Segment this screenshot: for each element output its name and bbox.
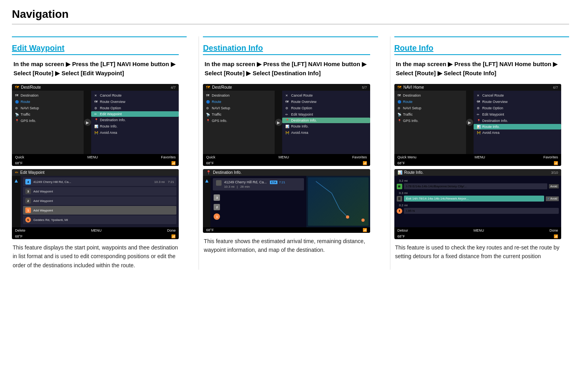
dest-info-body: ▲ 41249 Cherry Hill Rd, Ca... ETA 7:21 [203,176,370,227]
nav-arrow-btn[interactable]: ▶ [466,119,473,126]
signal-icon-route: 📶 [554,234,558,238]
dest-left: 41249 Cherry Hill Rd, Ca... ETA 7:21 10.… [210,176,306,227]
nav-arrow-btn[interactable]: ▶ [275,119,282,126]
signal-icon: 📶 [171,161,176,165]
temp-display: 68°F [15,161,23,165]
temp-display: 68°F [206,161,214,165]
route-row-2: 🛤 Exit 14/I-78/14-14a-14b-14c/Newark Air… [397,196,559,202]
map-svg [308,177,369,226]
dest-item: 41249 Cherry Hill Rd, Ca... ETA 7:21 10.… [213,178,304,190]
dest-info-title: Destination Info. [213,170,241,175]
left-menu: 🗺Destination 🔵Route ⚙NAVI Setup 📡Traffic… [203,91,275,154]
scroll-up-icon[interactable]: ▲ [13,177,19,184]
nav-icon: 🗺 [398,85,401,89]
footer-right: Done [549,228,558,232]
svg-line-0 [316,181,332,193]
footer-right: Done [167,228,176,232]
wp-icons-dest: 3 2 1 [213,192,304,222]
footer-left: Detour [398,228,408,232]
menu-item: 📍GPS Info. [12,118,84,124]
dest-icon: 📍 [206,170,211,175]
eta-badge: ETA [270,181,277,184]
menu-item-highlighted: ✏Edit Waypoint [91,111,179,117]
footer-right: Favorites [161,155,176,159]
wp-num-p1: 1 [214,213,220,220]
column-edit-waypoint: Edit Waypoint In the map screen ▶ Press … [12,36,187,270]
avoid-btn-1[interactable]: Avoid [549,184,559,188]
nav-arrow-btn[interactable]: ▶ [84,119,91,126]
wp-num: 3 [25,188,31,194]
footer-mid: MENU [279,155,289,159]
description-dest-info: This feature shows the estimated arrival… [203,237,370,255]
menu-item: 🗺Route Overview [282,99,370,105]
col-title-route-info: Route Info [394,44,561,55]
screenshot2-edit-waypoint: ✏ Edit Waypoint ▲ 4 41249 Cherry Hill Rd… [12,169,179,239]
top-divider [12,24,569,25]
screenshot2-dest-info: 📍 Destination Info. ▲ 41249 Cherry [203,169,370,233]
dest-info-screen: 📍 Destination Info. ▲ 41249 Cherry [203,169,370,233]
nav-arrows: ▶ [275,91,282,154]
instruction-route-info: In the map screen ▶ Press the [LFT] NAVI… [394,60,561,78]
col-title-edit-waypoint: Edit Waypoint [12,44,179,55]
temp-display2: 68°F [15,234,23,238]
edit-wp-title: Edit Waypoint [20,170,44,175]
route-road-3: I-95 N [404,208,559,214]
temp-display-route: 68°F [398,234,405,238]
edit-wp-header: ✏ Edit Waypoint [12,169,179,176]
menu-item: 🚧Avoid Area [474,129,561,136]
route-row-1: 🛣 I-78 E/14a-14b-14c/Bayonne/Jersey City… [397,183,559,189]
wp-item: 2 Add Waypoint [23,196,176,205]
footer-mid: MENU [475,155,485,159]
footer-right: Favorites [543,155,558,159]
footer-right: Favorites [352,155,367,159]
page-num: 5/7 [362,86,367,89]
edit-wp-body: ▲ 4 41249 Cherry Hill Rd, Ca... 10.3 mi … [12,176,179,227]
nav-arrows: ▶ [466,91,474,154]
edit-waypoint-screen: ✏ Edit Waypoint ▲ 4 41249 Cherry Hill Rd… [12,169,179,239]
signal-icon-dest: 📶 [363,228,367,232]
route-info-body: 3.2 mi 🛣 I-78 E/14a-14b-14c/Bayonne/Jers… [394,176,561,227]
temp-display: 68°F [398,161,405,165]
menu-item: ✏Edit Waypoint [474,111,561,118]
wp-item: S Geddes Rd, Ypsilanti, MI [23,215,176,224]
wp-scroll-dest: ▲ [203,176,210,227]
temp-bar-dest: 68°F 📶 [203,227,370,233]
footer-tabs: Quick Menu MENU Favorites [398,155,558,159]
scroll-up-icon[interactable]: ▲ [204,177,210,184]
menu-item: ⚙NAVI Setup [203,105,275,111]
menu-item: 📍GPS Info. [203,118,275,124]
wp-row: 3 [214,194,303,201]
menu-item: 📍Destination Info. [91,117,179,123]
right-menu: ✕Cancel Route 🗺Route Overview ⚙Route Opt… [282,91,370,154]
menu-item: ✏Edit Waypoint [282,111,370,118]
svg-line-1 [332,193,340,209]
page-num: 4/7 [171,86,176,89]
menu-item: 📊Route Info. [91,123,179,129]
screen-title: Dest/Route [21,85,41,89]
menu-item: ✕Cancel Route [282,92,370,99]
screen-header: 🗺 NAVI Home 6/7 [394,84,561,91]
route-icon-1: 🛣 [397,184,402,189]
route-row-3: ⬆ I-95 N [397,208,559,214]
menu-item: 🚧Avoid Area [282,129,370,136]
screenshot1-route-info: 🗺 NAVI Home 6/7 🗺Destination 🔵Route ⚙NAV… [394,84,561,166]
nav-screen1-dest: 🗺 Dest/Route 5/7 🗺Destination 🔵Route ⚙NA… [203,84,370,166]
avoid-btn-2[interactable]: ✓ Avoid [546,196,559,201]
screen-title: Dest/Route [212,85,232,89]
route-dist-3: 0.2 mi [397,203,559,208]
wp-num: 4 [25,179,31,185]
screen-body: 🗺Destination 🔵Route ⚙NAVI Setup 📡Traffic… [12,91,179,154]
wp-scroll: ▲ [12,176,21,227]
temp-bar-route: 68°F 📶 [394,234,561,239]
route-road-2: Exit 14/I-78/14-14a-14b-14c/Newark Airpo… [404,196,544,202]
signal-icon2: 📶 [171,234,176,238]
description-route-info: This feature is used to check the key ro… [394,243,561,261]
menu-item: 🚧Avoid Area [91,129,179,136]
screen-body: 🗺Destination 🔵Route ⚙NAVI Setup 📡Traffic… [203,91,370,154]
wp-details: Add Waypoint [33,199,174,203]
dest-info-text: 41249 Cherry Hill Rd, Ca... ETA 7:21 10.… [224,180,300,188]
dest-icon-box [216,180,222,186]
signal-icon: 📶 [363,161,367,165]
menu-item: 🔵Route [203,99,275,105]
temp-bar: 68°F 📶 [203,160,370,166]
